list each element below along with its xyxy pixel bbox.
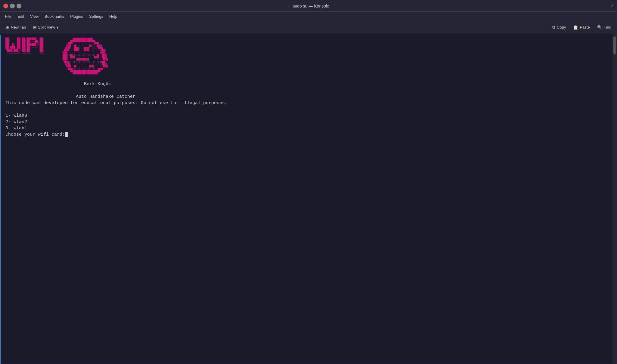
menubar: File Edit View Bookmarks Plugins Setting…: [0, 12, 617, 21]
scrollbar-thumb[interactable]: [613, 36, 616, 54]
copy-icon: ⧉: [552, 25, 555, 30]
close-button[interactable]: ×: [3, 4, 8, 8]
maximize-button[interactable]: □: [17, 4, 21, 8]
logo-section: ██╗ ██╗██╗██████╗ ██╗ ██║ ██║██║██╔══██╗…: [5, 36, 609, 75]
menu-bookmarks[interactable]: Bookmarks: [42, 13, 67, 20]
wipi-ascii-art: ██╗ ██╗██╗██████╗ ██╗ ██║ ██║██║██╔══██╗…: [5, 38, 45, 55]
terminal-author: Berk Küçük: [5, 81, 609, 87]
terminal-title: Auto Handshake Catcher: [5, 94, 609, 100]
expand-icon[interactable]: ⤢: [610, 3, 614, 8]
new-tab-button[interactable]: ⊕ New Tab: [3, 24, 29, 31]
window-title: - : sudo su — Konsole: [21, 4, 596, 8]
copy-button[interactable]: ⧉ Copy: [549, 23, 569, 31]
terminal-iface-3: 3- wlan1: [5, 125, 609, 131]
toolbar-right: ⧉ Copy 📋 Paste 🔍 Find: [549, 23, 614, 31]
titlebar: × — □ - : sudo su — Konsole ⤢: [0, 0, 617, 12]
menu-file[interactable]: File: [2, 13, 14, 20]
terminal[interactable]: ██╗ ██╗██╗██████╗ ██╗ ██║ ██║██║██╔══██╗…: [1, 33, 612, 364]
terminal-cursor: [65, 132, 68, 137]
toolbar-left: ⊕ New Tab ⊞ Split View ▾: [3, 24, 61, 31]
terminal-prompt-line: Choose your wifi card:: [5, 131, 609, 138]
minimize-button[interactable]: —: [10, 4, 15, 8]
terminal-iface-2: 2- wlan2: [5, 119, 609, 125]
split-view-button[interactable]: ⊞ Split View ▾: [30, 24, 61, 31]
window-controls: × — □: [3, 4, 21, 8]
menu-edit[interactable]: Edit: [14, 13, 27, 20]
chevron-down-icon: ▾: [56, 25, 58, 30]
raspberry-ascii-art: ████████████████ ████████████████████ ██…: [63, 38, 108, 75]
titlebar-right: ⤢: [596, 3, 614, 8]
find-icon: 🔍: [597, 25, 602, 30]
new-tab-icon: ⊕: [6, 25, 9, 30]
split-view-icon: ⊞: [33, 25, 37, 30]
toolbar: ⊕ New Tab ⊞ Split View ▾ ⧉ Copy 📋 Paste …: [0, 21, 617, 33]
paste-button[interactable]: 📋 Paste: [570, 24, 593, 31]
konsole-window: × — □ - : sudo su — Konsole ⤢ File Edit …: [0, 0, 617, 364]
find-button[interactable]: 🔍 Find: [594, 24, 614, 31]
menu-help[interactable]: Help: [106, 13, 120, 20]
terminal-prompt: Choose your wifi card:: [5, 132, 65, 137]
terminal-iface-1: 1- wlan0: [5, 113, 609, 119]
scrollbar[interactable]: [612, 33, 617, 364]
terminal-disclaimer: This code was developed for educational …: [5, 100, 609, 106]
menu-plugins[interactable]: Plugins: [67, 13, 86, 20]
paste-icon: 📋: [573, 25, 578, 30]
menu-view[interactable]: View: [27, 13, 42, 20]
terminal-container: ██╗ ██╗██╗██████╗ ██╗ ██║ ██║██║██╔══██╗…: [0, 33, 617, 364]
menu-settings[interactable]: Settings: [86, 13, 106, 20]
